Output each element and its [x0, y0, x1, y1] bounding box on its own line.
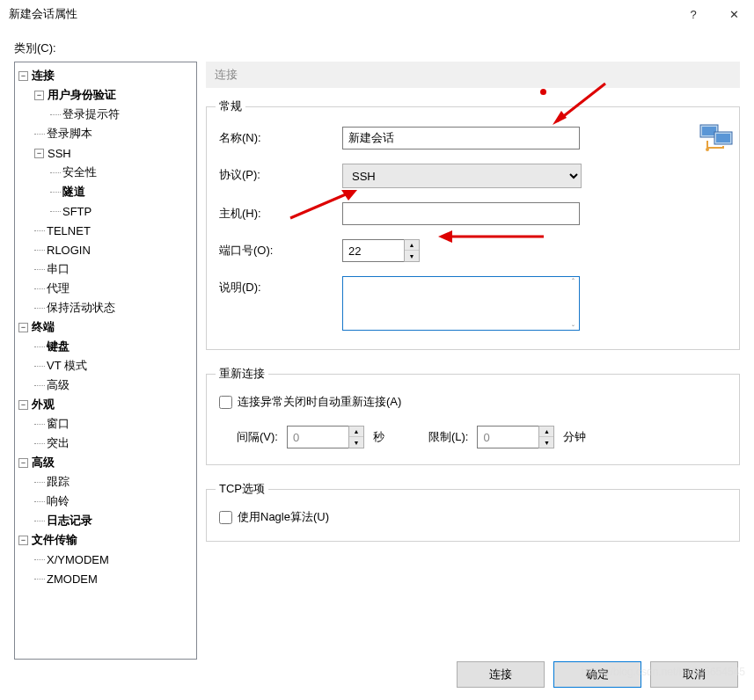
tree-item[interactable]: 跟踪: [17, 472, 194, 492]
tree-item[interactable]: TELNET: [17, 221, 194, 240]
tree-item[interactable]: X/YMODEM: [17, 550, 194, 569]
tree-connector-icon: [34, 269, 45, 270]
help-icon: ?: [690, 8, 696, 21]
checkbox-nagle[interactable]: [219, 511, 232, 524]
tree-expander-icon[interactable]: −: [18, 400, 28, 410]
textarea-description[interactable]: [342, 276, 580, 331]
tree-item[interactable]: 键盘: [17, 337, 194, 356]
tree-item-label: 窗口: [47, 416, 70, 432]
tree-item[interactable]: VT 模式: [17, 356, 194, 376]
tree-item[interactable]: 登录脚本: [17, 124, 194, 143]
tree-item-label: 高级: [47, 377, 70, 393]
tree-connector-icon: [34, 521, 45, 521]
ok-button[interactable]: 确定: [553, 661, 641, 688]
cancel-button[interactable]: 取消: [650, 661, 738, 688]
tree-item[interactable]: ZMODEM: [17, 569, 194, 588]
label-desc: 说明(D):: [219, 276, 342, 295]
tree-item-label: 文件传输: [32, 532, 77, 548]
tree-connector-icon: [34, 579, 45, 580]
tree-item[interactable]: SFTP: [17, 201, 194, 221]
tree-item[interactable]: −连接: [17, 66, 194, 85]
tree-item[interactable]: 日志记录: [17, 511, 194, 530]
tree-item[interactable]: −外观: [17, 395, 194, 414]
tree-expander-icon[interactable]: −: [18, 536, 28, 545]
tree-expander-icon[interactable]: −: [34, 91, 44, 100]
desc-scroll[interactable]: ˆˇ: [566, 277, 581, 332]
tree-item-label: 保持活动状态: [47, 300, 115, 316]
input-name[interactable]: [342, 127, 580, 149]
connect-button[interactable]: 连接: [457, 661, 545, 688]
category-label: 类別(C):: [14, 40, 740, 56]
tree-item[interactable]: 登录提示符: [17, 105, 194, 124]
close-icon: ✕: [729, 8, 739, 21]
legend-reconnect: 重新连接: [216, 366, 268, 382]
tree-expander-icon[interactable]: −: [18, 323, 28, 332]
tree-connector-icon: [34, 288, 45, 289]
svg-rect-3: [716, 134, 730, 142]
svg-point-4: [706, 148, 709, 151]
tree-connector-icon: [50, 172, 61, 173]
tree-item[interactable]: 高级: [17, 376, 194, 395]
tree-item-label: 连接: [32, 68, 55, 84]
tree-item-label: TELNET: [47, 224, 91, 237]
tree-item[interactable]: 安全性: [17, 163, 194, 182]
tree-item-label: 响铃: [47, 493, 70, 509]
tree-expander-icon[interactable]: −: [34, 149, 44, 158]
tree-item[interactable]: −用户身份验证: [17, 85, 194, 105]
tree-expander-icon[interactable]: −: [18, 71, 28, 81]
checkbox-auto-reconnect[interactable]: [219, 396, 232, 409]
select-protocol[interactable]: SSH: [342, 164, 582, 188]
limit-down-button: ▼: [539, 437, 553, 448]
label-auto-reconnect: 连接异常关闭时自动重新连接(A): [238, 394, 401, 410]
port-spinner[interactable]: ▲▼: [342, 239, 420, 262]
tree-item[interactable]: 窗口: [17, 414, 194, 434]
tree-connector-icon: [34, 501, 45, 502]
input-port[interactable]: [342, 239, 404, 262]
interval-spinner: ▲▼: [287, 426, 364, 448]
tree-connector-icon: [50, 211, 61, 212]
group-tcp: TCP选项 使用Nagle算法(U): [206, 481, 740, 542]
help-button[interactable]: ?: [673, 0, 714, 28]
tree-connector-icon: [34, 134, 45, 135]
tree-item-label: ZMODEM: [47, 572, 98, 586]
tree-expander-icon[interactable]: −: [18, 458, 28, 468]
tree-connector-icon: [34, 559, 45, 560]
tree-item[interactable]: RLOGIN: [17, 240, 194, 259]
tree-item[interactable]: 突出: [17, 434, 194, 453]
label-limit-unit: 分钟: [563, 429, 586, 445]
tree-item-label: 外观: [32, 397, 55, 412]
tree-item[interactable]: 代理: [17, 279, 194, 298]
tree-connector-icon: [34, 482, 45, 483]
tree-item-label: X/YMODEM: [47, 553, 109, 566]
tree-item[interactable]: 串口: [17, 259, 194, 279]
tree-connector-icon: [34, 424, 45, 425]
scroll-up-icon[interactable]: ˆ: [566, 277, 581, 286]
tree-item-label: 用户身份验证: [48, 87, 116, 103]
input-host[interactable]: [342, 202, 580, 225]
tree-item-label: 登录脚本: [47, 126, 92, 142]
tree-item-label: RLOGIN: [47, 244, 91, 257]
tree-item-label: 高级: [32, 455, 55, 470]
group-general: 常规 名称(N):: [206, 98, 740, 350]
settings-panel: 连接 常规 名称(N):: [206, 62, 740, 660]
category-tree[interactable]: −连接−用户身份验证登录提示符登录脚本−SSH安全性隧道SFTPTELNETRL…: [14, 62, 197, 660]
limit-spinner: ▲▼: [477, 426, 554, 448]
tree-item[interactable]: 隧道: [17, 182, 194, 201]
port-up-button[interactable]: ▲: [405, 240, 419, 251]
tree-item[interactable]: 保持活动状态: [17, 298, 194, 317]
tree-item-label: 代理: [47, 281, 70, 296]
legend-general: 常规: [216, 98, 245, 114]
tree-item[interactable]: −终端: [17, 317, 194, 337]
tree-item-label: 跟踪: [47, 474, 70, 490]
tree-item[interactable]: −文件传输: [17, 530, 194, 550]
scroll-down-icon[interactable]: ˇ: [566, 324, 581, 332]
close-button[interactable]: ✕: [714, 0, 754, 28]
port-down-button[interactable]: ▼: [405, 251, 419, 261]
tree-item[interactable]: −SSH: [17, 143, 194, 163]
tree-item[interactable]: 响铃: [17, 492, 194, 511]
tree-connector-icon: [34, 308, 45, 309]
dialog-button-bar: 连接 确定 取消: [457, 661, 738, 688]
legend-tcp: TCP选项: [216, 481, 268, 497]
interval-up-button: ▲: [349, 427, 363, 437]
tree-item[interactable]: −高级: [17, 453, 194, 472]
